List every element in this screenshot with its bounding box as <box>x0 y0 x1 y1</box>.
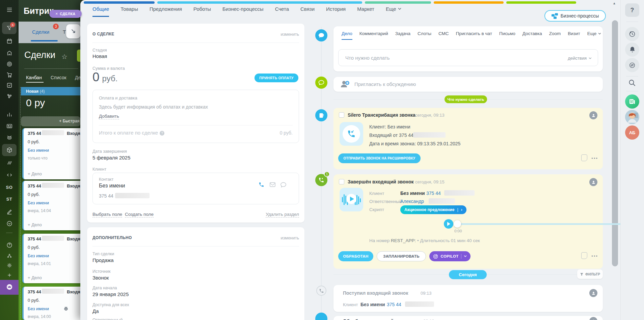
responsible-avatar[interactable] <box>589 111 597 119</box>
deal-card-contact[interactable]: Без имени <box>28 306 49 311</box>
crm-cube-icon[interactable] <box>2 144 17 156</box>
close-slider-pill[interactable]: × СДЕЛКА <box>49 10 82 18</box>
robot-icon[interactable] <box>0 132 19 143</box>
actions-dropdown[interactable]: действия <box>568 56 592 61</box>
notifications-button[interactable] <box>625 42 639 57</box>
edit-link[interactable]: изменить <box>281 236 299 240</box>
tab-links[interactable]: Связи <box>300 6 315 16</box>
stage-bar-2[interactable] <box>157 1 362 4</box>
minimize-slider-button[interactable] <box>66 24 80 38</box>
chat-icon[interactable] <box>280 182 286 189</box>
panel-scrollbar[interactable] <box>612 20 618 266</box>
messenger-button[interactable] <box>625 58 639 72</box>
network-icon[interactable] <box>0 90 19 102</box>
scroll-up-arrow[interactable]: ▲ <box>613 1 616 5</box>
crown-icon[interactable] <box>0 281 19 293</box>
deal-card-contact[interactable]: Без имени <box>28 253 49 258</box>
deal-sum[interactable]: 0руб. <box>92 70 117 84</box>
tab-letter[interactable]: Письмо <box>499 31 515 39</box>
entry-menu-dots[interactable]: ••• <box>591 254 598 259</box>
contact-card-icon[interactable] <box>0 120 19 132</box>
edit-link[interactable]: изменить <box>281 32 299 37</box>
responsible-avatar[interactable] <box>589 178 597 186</box>
tab-task[interactable]: Задача <box>395 31 410 39</box>
comment-icon[interactable] <box>581 154 587 161</box>
user-avatar-initials[interactable]: АБ <box>625 125 639 140</box>
play-button[interactable] <box>444 219 453 229</box>
tab-more[interactable]: Еще <box>587 31 601 39</box>
field-value[interactable]: Звонок <box>92 275 109 281</box>
tab-history[interactable]: История <box>326 6 346 16</box>
chevron-down-circle-icon[interactable] <box>0 218 19 229</box>
entry-title[interactable]: Silero Транскрибация звонка <box>348 112 415 118</box>
printer-icon[interactable] <box>63 306 69 313</box>
call-icon[interactable] <box>259 182 264 189</box>
add-activity-link[interactable]: + Дело <box>28 275 42 280</box>
tab-delivery[interactable]: Доставка <box>522 31 542 39</box>
select-field-link[interactable]: Выбрать поле <box>92 212 122 217</box>
sidebar-item-st[interactable]: ST <box>0 193 19 205</box>
contact-name[interactable]: Без имени <box>99 183 125 189</box>
deal-card-contact[interactable]: Без имени <box>28 200 49 205</box>
deal-card-contact[interactable]: Без имени <box>28 148 49 153</box>
calendar-icon[interactable] <box>0 35 19 47</box>
delete-section-link[interactable]: Удалить раздел <box>266 212 299 217</box>
filter-button[interactable]: ФИЛЬТР <box>577 269 603 279</box>
invite-discussion-bar[interactable]: Пригласить к обсуждению <box>333 77 603 92</box>
entry-title[interactable]: Завершён входящий звонок <box>348 179 413 184</box>
responsible-avatar[interactable] <box>589 317 597 320</box>
player-knob[interactable] <box>454 220 461 228</box>
view-tab-cut[interactable]: Де <box>75 75 80 80</box>
entry-checkbox[interactable] <box>339 112 344 118</box>
field-value[interactable]: Продажа <box>92 257 114 263</box>
tab-invoices[interactable]: Счета <box>275 6 289 16</box>
tab-bizproc[interactable]: Бизнес-процессы <box>222 6 264 16</box>
payment-add-link[interactable]: Добавить <box>99 114 119 119</box>
call-record-tile[interactable] <box>340 188 363 211</box>
copilot-avatar[interactable] <box>625 110 639 124</box>
add-icon[interactable] <box>0 269 19 281</box>
close-date-value[interactable]: 5 февраля 2025 <box>92 155 130 161</box>
favorite-star-icon[interactable]: ☆ <box>61 53 68 61</box>
tab-general[interactable]: Общие <box>92 6 109 17</box>
field-value[interactable]: Да <box>92 308 99 314</box>
company-icon[interactable] <box>0 48 19 59</box>
tab-robots[interactable]: Роботы <box>193 6 211 16</box>
entry-checkbox[interactable] <box>339 179 344 184</box>
cart-icon[interactable] <box>0 69 19 81</box>
tab-sms[interactable]: СМС <box>438 31 449 39</box>
today-pill[interactable]: Сегодня <box>449 270 487 279</box>
entry-title[interactable]: Обработан входящий звонок <box>343 318 411 320</box>
kanban-column-header[interactable]: Новая(4) <box>21 87 80 95</box>
tab-hidden[interactable]: Т <box>63 29 66 35</box>
view-tab-list[interactable]: Список <box>51 75 66 80</box>
marketplace-icon[interactable] <box>0 157 19 169</box>
stage-value[interactable]: Новая <box>92 53 107 59</box>
help-question-icon[interactable]: ? <box>160 131 164 136</box>
help-icon[interactable] <box>0 239 19 251</box>
tab-zoom[interactable]: Zoom <box>549 31 561 39</box>
tab-slots[interactable]: Слоты <box>418 31 431 39</box>
quick-deal-button[interactable]: + Быстрая сделка <box>21 116 80 126</box>
todo-input[interactable]: Что нужно сделать действия <box>338 49 598 66</box>
responsible-link[interactable]: Александр <box>400 199 424 204</box>
processed-button[interactable]: ОБРАБОТАН <box>338 251 373 261</box>
schedule-button[interactable]: ЗАПЛАНИРОВАТЬ <box>377 251 426 261</box>
deal-card[interactable]: 375 44Входящий 0 руб. Без имени вчера, 1… <box>22 234 80 283</box>
stats-icon[interactable] <box>0 109 19 120</box>
sign-icon[interactable] <box>0 206 19 217</box>
deal-card[interactable]: 375 44Входящий 0 руб. Без имени только ч… <box>22 128 80 179</box>
client-phone-link[interactable]: 375 44 <box>387 302 401 307</box>
entry-menu-dots[interactable]: ••• <box>591 156 598 161</box>
player-track[interactable] <box>457 223 644 225</box>
target-icon[interactable] <box>0 58 19 70</box>
tab-invite-chat[interactable]: Пригласить в чат <box>456 31 492 39</box>
news-button[interactable] <box>625 94 639 109</box>
menu-icon[interactable] <box>0 4 19 16</box>
deal-card[interactable]: 375 44Входящий 0 руб. Без имени вчера, 1… <box>22 287 80 320</box>
responsible-avatar[interactable] <box>589 289 597 297</box>
send-transcription-button[interactable]: ОТПРАВИТЬ ЗВОНОК НА РАСШИФРОВКУ <box>338 153 421 163</box>
history-button[interactable] <box>625 27 639 41</box>
business-process-button[interactable]: Бизнес-процессы <box>544 10 606 22</box>
tab-products[interactable]: Товары <box>120 6 138 16</box>
